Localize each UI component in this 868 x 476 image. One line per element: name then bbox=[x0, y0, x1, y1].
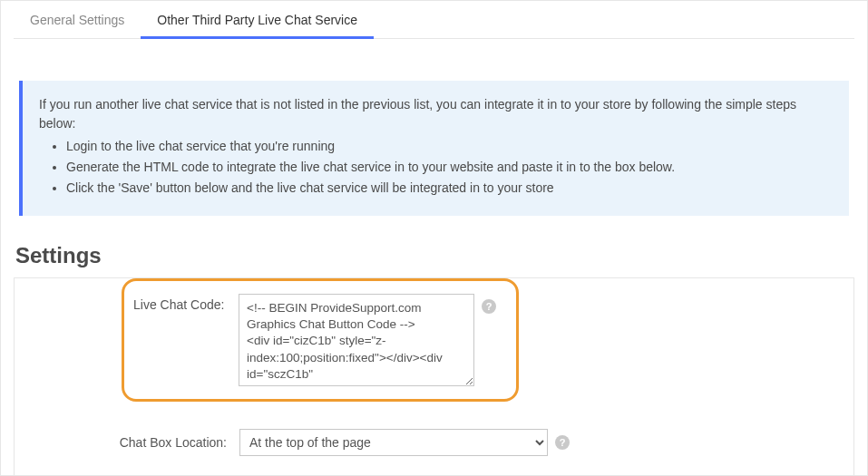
tab-general-settings[interactable]: General Settings bbox=[14, 1, 141, 38]
info-box: If you run another live chat service tha… bbox=[19, 81, 849, 216]
info-step: Click the 'Save' button below and the li… bbox=[66, 179, 833, 198]
info-step: Login to the live chat service that you'… bbox=[66, 137, 833, 156]
tab-other-third-party[interactable]: Other Third Party Live Chat Service bbox=[141, 1, 374, 38]
info-step: Generate the HTML code to integrate the … bbox=[66, 158, 833, 177]
chat-box-location-label: Chat Box Location: bbox=[31, 435, 239, 450]
tabs: General Settings Other Third Party Live … bbox=[14, 1, 854, 39]
section-title: Settings bbox=[15, 243, 854, 268]
live-chat-code-input[interactable] bbox=[239, 294, 474, 386]
info-steps-list: Login to the live chat service that you'… bbox=[39, 137, 833, 198]
chat-box-location-select[interactable]: At the top of the page bbox=[239, 429, 548, 456]
help-icon[interactable]: ? bbox=[482, 299, 496, 314]
live-chat-code-label: Live Chat Code: bbox=[133, 294, 239, 312]
help-icon[interactable]: ? bbox=[555, 435, 570, 450]
settings-panel: Live Chat Code: ? Chat Box Location: At … bbox=[14, 277, 854, 476]
info-intro: If you run another live chat service tha… bbox=[39, 95, 833, 133]
highlight-live-chat-code: Live Chat Code: ? bbox=[122, 278, 519, 402]
